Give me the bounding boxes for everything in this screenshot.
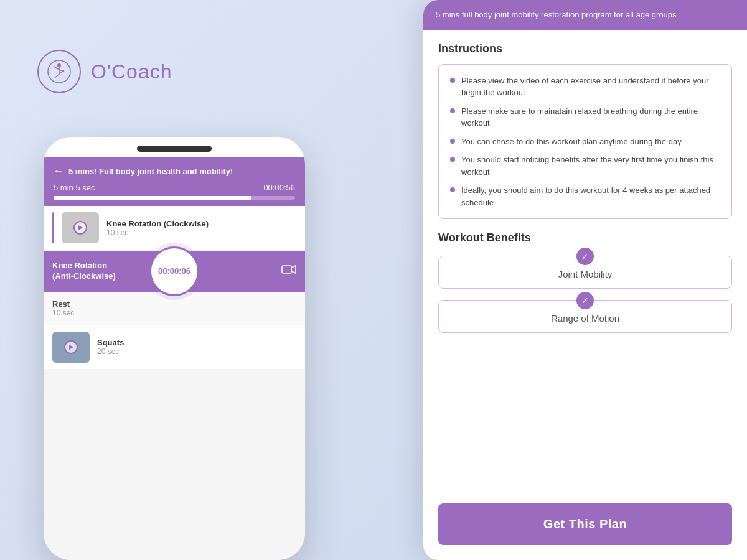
active-timer: 00:00:06 (149, 246, 199, 296)
squats-play-icon[interactable] (64, 340, 78, 354)
back-arrow[interactable]: ← (54, 166, 63, 177)
camera-svg (281, 264, 296, 275)
svg-marker-9 (291, 266, 296, 273)
check-icon-1: ✓ (576, 292, 594, 309)
exercise-item-knee-clockwise: Knee Rotation (Clockwise) 10 sec (44, 206, 305, 250)
benefit-item-1: ✓ Range of Motion (438, 300, 732, 333)
get-plan-button[interactable]: Get This Plan (438, 503, 732, 545)
svg-rect-8 (282, 266, 291, 273)
check-wrapper-1: ✓ (576, 292, 594, 309)
bullet-2 (450, 139, 455, 144)
instruction-item-2: You can chose to do this workout plan an… (450, 136, 720, 148)
bullet-4 (450, 187, 455, 192)
squats-item: Squats 20 sec (44, 325, 305, 369)
time-elapsed: 5 min 5 sec (54, 183, 95, 192)
active-exercise-block: Knee Rotation(Anti-Clockwise) 00:00:06 (44, 251, 305, 292)
instruction-item-1: Please make sure to mainatain relaxed br… (450, 105, 720, 129)
exercise-duration: 10 sec (106, 228, 209, 237)
play-icon[interactable] (73, 221, 87, 235)
squats-name: Squats (97, 338, 124, 347)
logo-icon (37, 50, 81, 93)
bullet-1 (450, 108, 455, 113)
instruction-text-0: Please view the video of each exercise a… (461, 75, 720, 99)
banner-text: 5 mins full body joint mobility restorat… (436, 10, 677, 19)
exercise-info: Knee Rotation (Clockwise) 10 sec (106, 219, 209, 237)
svg-line-3 (54, 67, 59, 70)
spacer (423, 352, 747, 503)
instruction-item-3: You should start noticing benefits after… (450, 154, 720, 178)
instruction-text-2: You can chose to do this workout plan an… (461, 136, 682, 148)
workout-title: 5 mins! Full body joint health and mobil… (68, 167, 233, 176)
bullet-3 (450, 157, 455, 162)
rest-name: Rest (52, 299, 296, 309)
active-exercise-name: Knee Rotation(Anti-Clockwise) (52, 261, 116, 282)
benefits-title: Workout Benefits (438, 231, 732, 245)
tablet-panel: 5 mins full body joint mobility restorat… (423, 0, 747, 560)
workout-title-row: ← 5 mins! Full body joint health and mob… (54, 166, 295, 177)
benefits-section: Workout Benefits ✓ Joint Mobility ✓ Rang… (423, 231, 747, 352)
instruction-text-4: Ideally, you should aim to do this worko… (461, 184, 720, 208)
svg-marker-7 (78, 225, 83, 230)
phone-notch (137, 146, 212, 152)
play-triangle (77, 225, 83, 231)
benefit-label-1: Range of Motion (551, 313, 619, 324)
app-name: O'Coach (91, 60, 172, 83)
rest-item: Rest 10 sec (44, 292, 305, 325)
bullet-0 (450, 78, 455, 83)
benefit-item-0: ✓ Joint Mobility (438, 256, 732, 289)
instructions-box: Please view the video of each exercise a… (438, 64, 732, 220)
benefit-label-0: Joint Mobility (558, 269, 613, 279)
camera-icon[interactable] (281, 264, 296, 278)
instructions-section: Instructions Please view the video of ea… (423, 30, 747, 232)
instruction-item-4: Ideally, you should aim to do this worko… (450, 184, 720, 208)
check-wrapper-0: ✓ (576, 248, 594, 265)
check-icon-0: ✓ (576, 248, 594, 265)
svg-line-5 (55, 74, 59, 78)
instruction-item-0: Please view the video of each exercise a… (450, 75, 720, 99)
squats-duration: 20 sec (97, 347, 124, 356)
instruction-text-3: You should start noticing benefits after… (461, 154, 720, 178)
svg-marker-10 (69, 345, 73, 350)
phone-mockup: ← 5 mins! Full body joint health and mob… (44, 137, 305, 560)
instruction-text-1: Please make sure to mainatain relaxed br… (461, 105, 720, 129)
progress-bar-bg (54, 196, 295, 200)
logo-area: O'Coach (37, 50, 172, 93)
squats-play-triangle (68, 344, 74, 350)
purple-banner: 5 mins full body joint mobility restorat… (423, 0, 747, 30)
time-remaining: 00:00:56 (263, 183, 295, 192)
exercise-thumb[interactable] (62, 212, 99, 243)
left-bar (52, 212, 54, 243)
instructions-title: Instructions (438, 42, 732, 55)
exercise-name: Knee Rotation (Clockwise) (106, 219, 209, 228)
phone-content: Knee Rotation (Clockwise) 10 sec Knee Ro… (44, 206, 305, 560)
timer-row: 5 min 5 sec 00:00:56 (54, 183, 295, 192)
progress-bar-fill (54, 196, 251, 200)
logo-svg (47, 59, 72, 84)
squats-thumb[interactable] (52, 332, 90, 363)
rest-duration: 10 sec (52, 309, 296, 317)
phone-header: ← 5 mins! Full body joint health and mob… (44, 157, 305, 206)
svg-point-1 (57, 63, 61, 67)
squats-info: Squats 20 sec (97, 338, 124, 356)
